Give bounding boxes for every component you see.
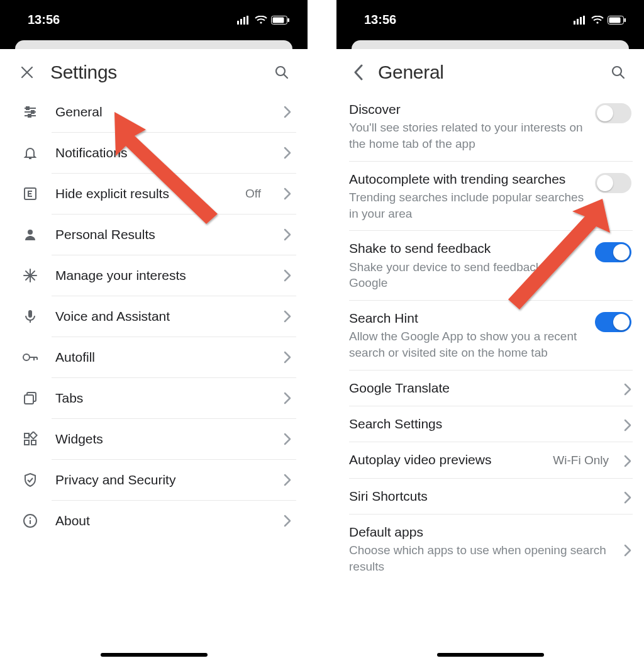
svg-rect-2 [243, 17, 245, 25]
chevron-right-icon [284, 106, 291, 118]
svg-rect-3 [247, 16, 248, 25]
svg-rect-31 [25, 440, 29, 445]
explicit-icon [21, 186, 39, 201]
row-title: Google Translate [349, 379, 615, 397]
chevron-right-icon [284, 269, 291, 282]
chevron-right-icon [624, 491, 631, 504]
key-icon [21, 350, 39, 365]
bell-icon [21, 145, 39, 160]
svg-rect-15 [28, 114, 31, 117]
search-icon[interactable] [272, 63, 291, 82]
toggle-shake[interactable] [595, 242, 631, 262]
row-default-apps[interactable]: Default apps Choose which apps to use wh… [336, 515, 644, 584]
row-discover[interactable]: Discover You'll see stories related to y… [336, 92, 644, 161]
settings-list: General Notifications Hide explicit resu… [0, 92, 308, 541]
search-icon[interactable] [609, 63, 628, 82]
svg-rect-0 [237, 21, 239, 25]
svg-point-18 [28, 230, 33, 235]
chevron-right-icon [284, 228, 291, 241]
titlebar: General [336, 53, 644, 92]
row-search-hint[interactable]: Search Hint Allow the Google App to show… [336, 301, 644, 370]
svg-rect-13 [26, 107, 29, 109]
status-icons [574, 16, 626, 25]
row-subtitle: Trending searches include popular search… [349, 189, 586, 221]
chevron-right-icon [284, 147, 291, 159]
svg-line-47 [621, 75, 625, 79]
row-title: Search Settings [349, 415, 615, 433]
tabs-icon [21, 391, 39, 406]
row-google-translate[interactable]: Google Translate [336, 370, 644, 406]
row-label: Widgets [55, 432, 267, 447]
back-icon[interactable] [349, 63, 368, 82]
toggle-search-hint[interactable] [595, 312, 631, 332]
status-bar: 13:56 [0, 0, 308, 49]
svg-rect-33 [30, 432, 36, 438]
row-label: Personal Results [55, 227, 267, 242]
row-shake-feedback[interactable]: Shake to send feedback Shake your device… [336, 231, 644, 300]
widgets-icon [21, 432, 39, 447]
svg-rect-39 [577, 19, 579, 25]
row-label: Autofill [55, 350, 267, 365]
chevron-right-icon [284, 515, 291, 527]
row-title: Default apps [349, 523, 615, 541]
row-search-settings[interactable]: Search Settings [336, 406, 644, 442]
row-about[interactable]: About [0, 501, 308, 541]
general-list: Discover You'll see stories related to y… [336, 92, 644, 584]
row-title: Autocomplete with trending searches [349, 170, 586, 188]
chevron-right-icon [624, 455, 631, 467]
info-icon [21, 513, 39, 528]
chevron-right-icon [284, 474, 291, 486]
row-tabs[interactable]: Tabs [0, 378, 308, 418]
chevron-right-icon [284, 351, 291, 364]
row-label: Hide explicit results [55, 186, 229, 201]
row-label: About [55, 513, 267, 528]
svg-rect-1 [240, 19, 242, 25]
svg-line-9 [284, 75, 288, 79]
row-privacy[interactable]: Privacy and Security [0, 460, 308, 500]
close-icon[interactable] [18, 63, 36, 82]
row-title: Search Hint [349, 309, 586, 327]
toggle-discover[interactable] [595, 103, 631, 123]
chevron-right-icon [284, 433, 291, 445]
toggle-autocomplete[interactable] [595, 173, 631, 193]
chevron-right-icon [624, 383, 631, 396]
phone-left: 13:56 Settings General [0, 0, 308, 663]
row-voice[interactable]: Voice and Assistant [0, 296, 308, 337]
page-title: General [378, 62, 599, 83]
row-subtitle: Shake your device to send feedback to Go… [349, 259, 586, 291]
svg-rect-38 [574, 21, 575, 25]
svg-point-42 [596, 21, 598, 23]
svg-rect-14 [31, 111, 34, 113]
row-title: Siri Shortcuts [349, 488, 615, 505]
row-label: Tabs [55, 391, 267, 406]
row-value: Wi-Fi Only [553, 454, 609, 467]
row-autocomplete-trending[interactable]: Autocomplete with trending searches Tren… [336, 162, 644, 231]
svg-rect-30 [25, 433, 29, 438]
row-autoplay[interactable]: Autoplay video previews Wi-Fi Only [336, 442, 644, 477]
row-personal-results[interactable]: Personal Results [0, 214, 308, 255]
home-indicator [101, 653, 208, 657]
svg-rect-32 [31, 440, 36, 445]
row-widgets[interactable]: Widgets [0, 419, 308, 459]
row-autofill[interactable]: Autofill [0, 337, 308, 377]
row-siri-shortcuts[interactable]: Siri Shortcuts [336, 479, 644, 514]
mic-icon [21, 309, 39, 324]
home-indicator [437, 653, 544, 657]
svg-rect-7 [288, 18, 290, 22]
svg-rect-41 [583, 16, 585, 25]
titlebar: Settings [0, 53, 308, 92]
status-icons [237, 16, 290, 25]
row-interests[interactable]: Manage your interests [0, 255, 308, 296]
svg-point-36 [30, 517, 31, 518]
row-label: Manage your interests [55, 268, 267, 283]
row-subtitle: You'll see stories related to your inter… [349, 120, 586, 152]
svg-rect-40 [580, 17, 582, 25]
svg-rect-23 [28, 310, 32, 318]
shield-icon [21, 472, 39, 488]
row-subtitle: Allow the Google App to show you a recen… [349, 328, 586, 360]
row-hide-explicit[interactable]: Hide explicit results Off [0, 174, 308, 214]
row-general[interactable]: General [0, 92, 308, 132]
row-notifications[interactable]: Notifications [0, 133, 308, 173]
row-label: Voice and Assistant [55, 309, 267, 324]
row-title: Shake to send feedback [349, 240, 586, 257]
